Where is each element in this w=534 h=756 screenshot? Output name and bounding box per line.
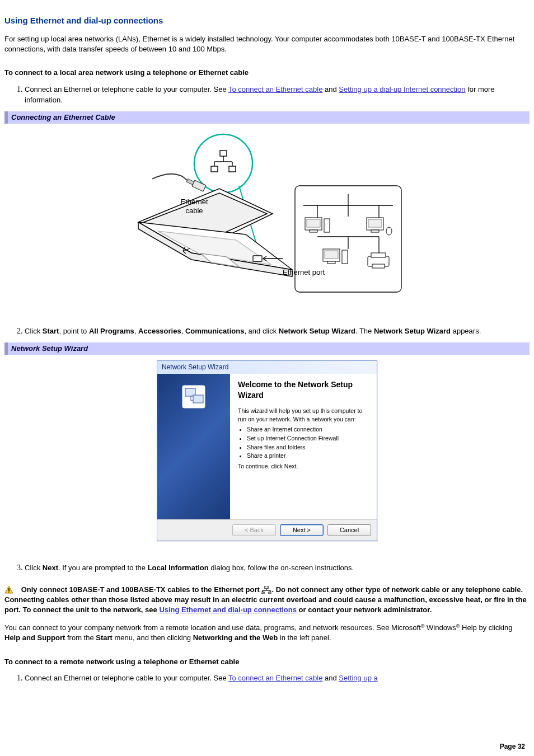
text: Accessories [138, 327, 181, 335]
text: Connect an Ethernet or telephone cable t… [25, 85, 228, 93]
text: You can connect to your company network … [4, 623, 421, 632]
warning-icon [4, 585, 13, 594]
svg-rect-29 [327, 261, 335, 264]
wizard-continue: To continue, click Next. [238, 462, 369, 471]
link-dialup-setup[interactable]: Setting up a dial-up Internet connection [339, 85, 465, 93]
text: , point to [59, 327, 88, 335]
label-ethernet-port: Ethernet port [283, 268, 327, 277]
wizard-heading: Welcome to the Network Setup Wizard [238, 379, 369, 401]
svg-rect-22 [324, 219, 330, 232]
svg-rect-47 [261, 592, 264, 594]
svg-rect-40 [8, 588, 10, 591]
ethernet-port-icon [261, 586, 271, 594]
step-3: Click Next. If you are prompted to the L… [25, 562, 530, 574]
figure-caption-ethernet: Connecting an Ethernet Cable [4, 111, 530, 124]
remote-step-1: Connect an Ethernet or telephone cable t… [25, 673, 530, 684]
wizard-side-graphic [157, 374, 230, 519]
wizard-cancel-button[interactable]: Cancel [327, 524, 371, 536]
svg-rect-41 [8, 591, 10, 593]
step-1: Connect an Ethernet or telephone cable t… [25, 84, 530, 106]
text: Start [43, 327, 59, 335]
text: Windows [424, 623, 456, 632]
text: appears. [451, 327, 481, 335]
text: Click [25, 564, 43, 572]
wizard-bullet-list: Share an Internet connection Set up Inte… [238, 425, 369, 460]
wizard-bullet: Share files and folders [247, 443, 369, 452]
svg-rect-42 [265, 586, 268, 589]
svg-rect-9 [186, 179, 194, 185]
text: Start [96, 633, 113, 642]
figure-ethernet-cable: Ethernet cable Ethernet port [4, 124, 530, 314]
text: and [322, 85, 339, 93]
wizard-bullet: Share a printer [247, 452, 369, 460]
text: Only connect 10BASE-T and 100BASE-TX cab… [21, 585, 262, 594]
text: in the left panel. [278, 633, 331, 642]
step-2: Click Start, point to All Programs, Acce… [25, 326, 530, 337]
wizard-bullet: Set up Internet Connection Firewall [247, 434, 369, 443]
wizard-back-button: < Back [232, 524, 276, 536]
figure-caption-wizard: Network Setup Wizard [4, 342, 530, 355]
wizard-titlebar: Network Setup Wizard [157, 361, 377, 374]
text: Click [25, 327, 43, 335]
svg-point-26 [386, 227, 392, 235]
wizard-desc: This wizard will help you set up this co… [238, 407, 369, 423]
svg-rect-10 [253, 256, 262, 261]
text: dialog box, follow the on-screen instruc… [209, 564, 354, 572]
intro-paragraph: For setting up local area networks (LANs… [4, 34, 530, 54]
svg-rect-30 [342, 250, 348, 264]
link-ethernet-dialup[interactable]: Using Ethernet and dial-up connections [159, 605, 297, 614]
text: Next [43, 564, 58, 572]
wizard-next-button[interactable]: Next > [280, 524, 324, 536]
text: Local Information [148, 564, 209, 572]
text: Help by clicking [460, 623, 512, 632]
wizard-bullet: Share an Internet connection [247, 425, 369, 434]
section-title: Using Ethernet and dial-up connections [4, 15, 530, 26]
link-connect-ethernet-2[interactable]: To connect an Ethernet cable [228, 674, 322, 682]
remote-paragraph: You can connect to your company network … [4, 623, 530, 643]
text: , and click [244, 327, 278, 335]
svg-rect-20 [307, 219, 320, 227]
text: Networking and the Web [193, 633, 278, 642]
subheading-remote: To connect to a remote network using a t… [4, 657, 530, 667]
text: Network Setup Wizard [279, 327, 355, 335]
svg-rect-24 [368, 219, 382, 227]
text: Communications [185, 327, 244, 335]
text: Network Setup Wizard [374, 327, 451, 335]
text: . If you are prompted to the [58, 564, 148, 572]
text: , [134, 327, 138, 335]
text: All Programs [89, 327, 134, 335]
text: or contact your network administrator. [297, 605, 432, 614]
label-ethernet-cable: Ethernet cable [175, 198, 214, 215]
text: Help and Support [4, 633, 65, 642]
text: from the [65, 633, 96, 642]
svg-rect-33 [372, 264, 385, 268]
svg-rect-21 [310, 230, 317, 232]
figure-network-wizard: Network Setup Wizard Welcome to the Netw… [4, 355, 530, 551]
svg-rect-39 [193, 395, 203, 403]
text: and [322, 674, 339, 682]
warning-block: Only connect 10BASE-T and 100BASE-TX cab… [4, 585, 530, 616]
text: . The [355, 327, 374, 335]
warning-text: Only connect 10BASE-T and 100BASE-TX cab… [4, 585, 527, 614]
text: menu, and then clicking [113, 633, 193, 642]
svg-rect-28 [325, 251, 338, 259]
svg-rect-32 [371, 253, 386, 257]
subheading-lan: To connect to a local area network using… [4, 68, 530, 78]
text: , [181, 327, 185, 335]
link-dialup-setup-2[interactable]: Setting up a [339, 674, 377, 682]
text: Connect an Ethernet or telephone cable t… [25, 674, 228, 682]
link-connect-ethernet[interactable]: To connect an Ethernet cable [228, 85, 322, 93]
svg-rect-25 [371, 230, 379, 232]
